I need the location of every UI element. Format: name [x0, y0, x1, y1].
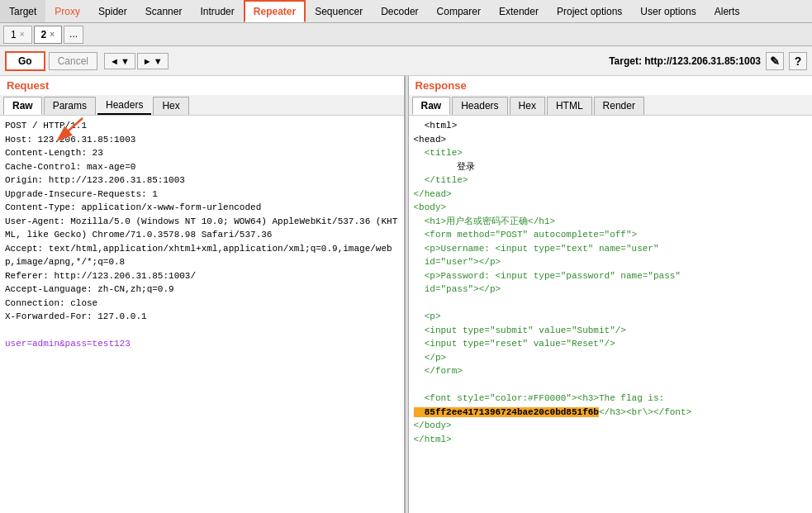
- tab-project-options[interactable]: Project options: [548, 0, 631, 22]
- request-tab-params[interactable]: Params: [44, 97, 96, 115]
- repeater-tab-1[interactable]: 1 ×: [3, 26, 32, 44]
- request-tab-raw[interactable]: Raw: [3, 97, 42, 115]
- tab-repeater[interactable]: Repeater: [244, 0, 306, 22]
- response-title: Response: [409, 76, 813, 95]
- tab-decoder[interactable]: Decoder: [372, 0, 427, 22]
- cancel-button[interactable]: Cancel: [49, 52, 97, 70]
- back-button[interactable]: ◄ ▼: [104, 53, 135, 69]
- request-panel: Request Raw Params Headers Hex POST / HT…: [0, 76, 405, 513]
- response-tab-headers[interactable]: Headers: [452, 97, 507, 115]
- tab-proxy[interactable]: Proxy: [45, 0, 89, 22]
- tab-spider[interactable]: Spider: [89, 0, 136, 22]
- forward-button[interactable]: ► ▼: [137, 53, 169, 69]
- main-area: Request Raw Params Headers Hex POST / HT…: [0, 76, 812, 513]
- request-tabs: Raw Params Headers Hex: [0, 95, 404, 116]
- close-tab-2-icon[interactable]: ×: [50, 30, 55, 39]
- repeater-tab-2-label: 2: [41, 29, 47, 40]
- target-label: Target: http://123.206.31.85:1003: [609, 55, 761, 67]
- response-tab-html[interactable]: HTML: [547, 97, 592, 115]
- tab-alerts[interactable]: Alerts: [705, 0, 749, 22]
- repeater-tab-2[interactable]: 2 ×: [34, 26, 63, 44]
- request-tab-headers[interactable]: Headers: [97, 97, 151, 115]
- request-title: Request: [0, 76, 404, 95]
- edit-target-button[interactable]: ✎: [766, 52, 784, 70]
- main-tab-bar: Target Proxy Spider Scanner Intruder Rep…: [0, 0, 812, 23]
- back-icon: ◄: [110, 56, 119, 66]
- target-info: Target: http://123.206.31.85:1003 ✎ ?: [609, 52, 807, 70]
- response-panel: Response Raw Headers Hex HTML Render <ht…: [409, 76, 813, 513]
- request-tab-hex[interactable]: Hex: [153, 97, 188, 115]
- more-tabs-button[interactable]: ...: [64, 26, 83, 44]
- tab-user-options[interactable]: User options: [631, 0, 705, 22]
- response-tab-render[interactable]: Render: [594, 97, 644, 115]
- repeater-toolbar: Go Cancel ◄ ▼ ► ▼ Target: http://123.206…: [0, 46, 812, 76]
- tab-intruder[interactable]: Intruder: [191, 0, 243, 22]
- tab-comparer[interactable]: Comparer: [428, 0, 490, 22]
- response-tabs: Raw Headers Hex HTML Render: [409, 95, 813, 116]
- forward-dropdown-icon: ▼: [154, 56, 163, 66]
- tab-extender[interactable]: Extender: [490, 0, 548, 22]
- go-button[interactable]: Go: [5, 51, 45, 71]
- repeater-tab-bar: 1 × 2 × ...: [0, 23, 812, 46]
- response-tab-hex[interactable]: Hex: [510, 97, 545, 115]
- request-content[interactable]: POST / HTTP/1.1 Host: 123.206.31.85:1003…: [0, 116, 404, 513]
- forward-icon: ►: [143, 56, 152, 66]
- back-dropdown-icon: ▼: [121, 56, 130, 66]
- repeater-tab-1-label: 1: [11, 29, 17, 40]
- close-tab-1-icon[interactable]: ×: [20, 30, 25, 39]
- response-tab-raw[interactable]: Raw: [412, 97, 451, 115]
- tab-target[interactable]: Target: [0, 0, 45, 22]
- tab-scanner[interactable]: Scanner: [136, 0, 192, 22]
- help-button[interactable]: ?: [789, 52, 807, 70]
- tab-sequencer[interactable]: Sequencer: [306, 0, 372, 22]
- response-content[interactable]: <html> <head> <title> 登录 </title> </head…: [409, 116, 813, 513]
